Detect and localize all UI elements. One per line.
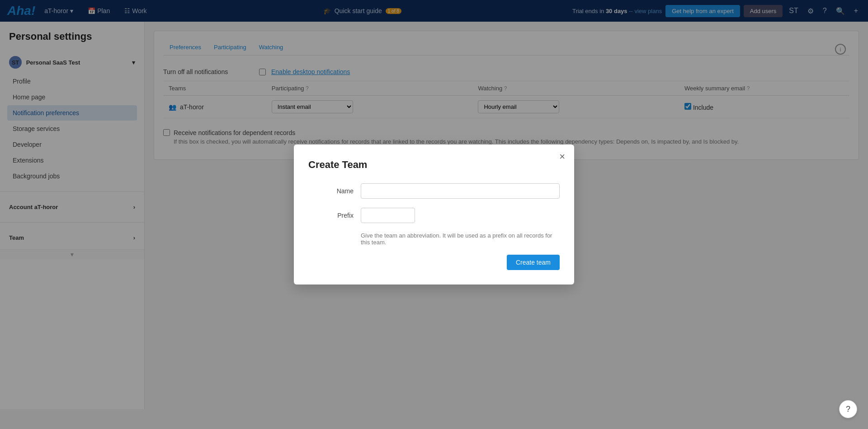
- name-row: Name: [308, 183, 560, 199]
- name-label: Name: [308, 187, 354, 195]
- modal-title: Create Team: [308, 159, 560, 171]
- prefix-row: Prefix: [308, 208, 560, 223]
- prefix-hint: Give the team an abbreviation. It will b…: [361, 232, 560, 246]
- create-team-modal: × Create Team Name Prefix Give the team …: [294, 145, 574, 284]
- prefix-label: Prefix: [308, 212, 354, 219]
- prefix-input[interactable]: [361, 208, 415, 223]
- create-team-button[interactable]: Create team: [507, 255, 560, 270]
- modal-overlay[interactable]: × Create Team Name Prefix Give the team …: [0, 0, 868, 409]
- name-input[interactable]: [361, 183, 560, 199]
- modal-actions: Create team: [308, 255, 560, 270]
- modal-close-button[interactable]: ×: [559, 152, 565, 162]
